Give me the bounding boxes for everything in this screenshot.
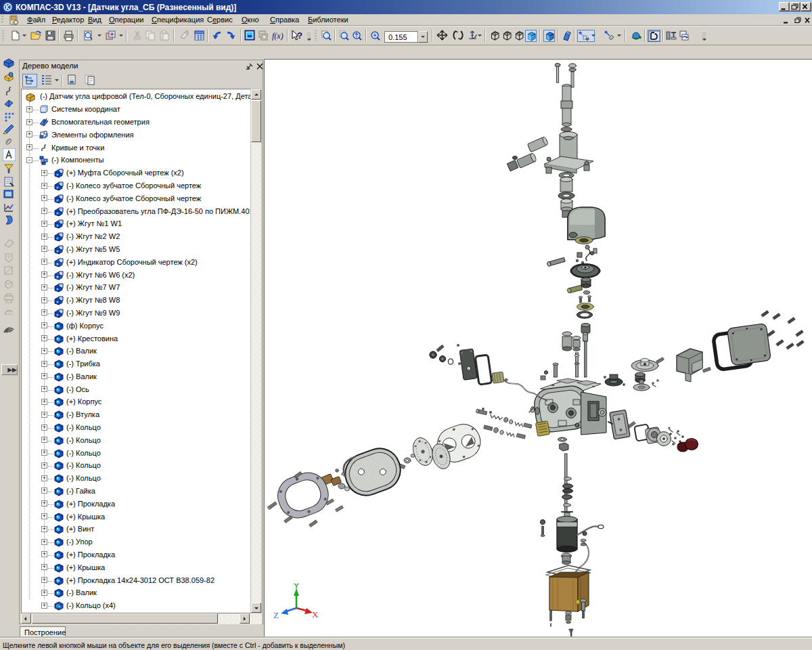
- svg-text:?: ?: [7, 254, 10, 260]
- svg-text:f(x): f(x): [272, 31, 284, 41]
- svg-text:?: ?: [297, 30, 302, 41]
- svg-text:Z: Z: [273, 610, 279, 620]
- svg-text:X: X: [312, 609, 319, 620]
